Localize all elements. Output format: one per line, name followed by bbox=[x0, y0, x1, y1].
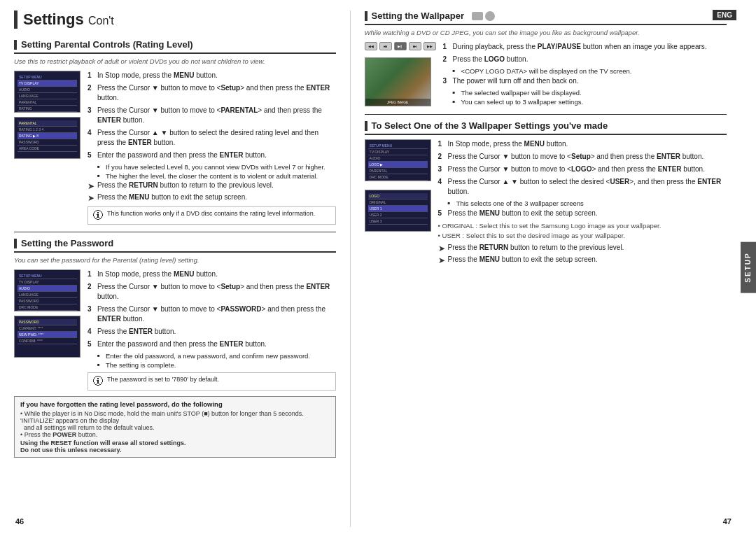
remote-buttons-row: ◀◀ ⏮ ▶‖ ⏭ ▶▶ bbox=[365, 42, 436, 50]
section-parental-subtext: Use this to restrict playback of adult o… bbox=[14, 57, 336, 65]
step-item: 4 Press the ENTER button. bbox=[88, 327, 336, 337]
warning-line: • While the player is in No Disc mode, h… bbox=[20, 410, 330, 424]
arrow-note: ➤ Press the MENU button to exit the setu… bbox=[438, 255, 727, 265]
sub-bullet: The selected wallpaper will be displayed… bbox=[453, 89, 727, 97]
section-password-subtext: You can set the password for the Parenta… bbox=[14, 256, 336, 264]
parental-screen2: PARENTAL RATING 1 2 3 4 RATING ▶ 8 PASSW… bbox=[14, 117, 80, 159]
sub-bullet: The higher the level, the closer the con… bbox=[97, 172, 336, 180]
step-item: 5 Enter the password and then press the … bbox=[88, 150, 336, 160]
section-password-heading: Setting the Password bbox=[14, 238, 336, 253]
page-number-left: 46 bbox=[15, 517, 24, 526]
page-container: ENG SETUP Settings Con't Setting Parenta… bbox=[0, 0, 756, 534]
section-bar2 bbox=[14, 239, 17, 248]
section-wallpaper-select-body: SETUP MENU TV DISPLAY AUDIO LOGO ▶ PAREN… bbox=[365, 139, 727, 267]
warning-box: If you have forgotten the rating level p… bbox=[14, 396, 336, 458]
remote-button: ▶▶ bbox=[424, 42, 436, 50]
note-line: • ORIGINAL : Select this to set the Sams… bbox=[438, 222, 727, 230]
wallpaper-select-steps: 1 In Stop mode, press the MENU button. 2… bbox=[438, 139, 727, 267]
wallpaper-select-screenshots: SETUP MENU TV DISPLAY AUDIO LOGO ▶ PAREN… bbox=[365, 139, 431, 267]
note-icon: 🛈 bbox=[92, 210, 104, 221]
warning-line-bold: Using the RESET function will erase all … bbox=[20, 440, 330, 447]
step-item: 1 In Stop mode, press the MENU button. bbox=[438, 139, 727, 149]
step-item: 1 In Stop mode, press the MENU button. bbox=[88, 269, 336, 279]
step-item: 1 In Stop mode, press the MENU button. bbox=[88, 71, 336, 80]
wallpaper-steps: 1 During playback, press the PLAY/PAUSE … bbox=[443, 42, 727, 107]
password-steps: 1 In Stop mode, press the MENU button. 2… bbox=[88, 269, 336, 391]
section-divider2 bbox=[365, 114, 727, 115]
sub-bullet: The setting is complete. bbox=[97, 361, 336, 369]
note-box: 🛈 This function works only if a DVD disc… bbox=[88, 206, 336, 225]
password-screenshots: SETUP MENU TV DISPLAY AUDIO LANGUAGE PAS… bbox=[14, 269, 80, 391]
sub-bullet: Enter the old password, a new password, … bbox=[97, 352, 336, 360]
step-item: 2 Press the Cursor ▼ button to move to <… bbox=[88, 282, 336, 302]
remote-button: ◀◀ bbox=[365, 42, 377, 50]
step-item: 3 Press the Cursor ▼ button to move to <… bbox=[438, 164, 727, 174]
section-wallpaper-heading: Setting the Wallpaper bbox=[365, 10, 727, 25]
note-icon: 🛈 bbox=[92, 376, 104, 387]
section-divider bbox=[14, 232, 336, 232]
warning-line: • Press the POWER button. bbox=[20, 431, 330, 438]
parental-screenshots: SETUP MENU TV DISPLAY AUDIO LANGUAGE PAR… bbox=[14, 71, 80, 225]
sub-bullet: <COPY LOGO DATA> will be displayed on th… bbox=[453, 67, 727, 75]
photo-overlay: JPEG IMAGE bbox=[365, 99, 430, 106]
arrow-note: ➤ Press the RETURN button to return to t… bbox=[438, 244, 727, 253]
section-wallpaper-subtext: While watching a DVD or CD JPEG, you can… bbox=[365, 29, 727, 36]
left-column: Settings Con't Setting Parental Controls… bbox=[14, 10, 351, 527]
step-item: 3 The power will turn off and then back … bbox=[443, 76, 727, 86]
section-password-body: SETUP MENU TV DISPLAY AUDIO LANGUAGE PAS… bbox=[14, 269, 336, 391]
eng-badge: ENG bbox=[713, 10, 736, 20]
step-item: 5 Press the MENU button to exit the setu… bbox=[438, 209, 727, 218]
remote-button-play: ▶‖ bbox=[394, 42, 407, 50]
remote-button: ⏮ bbox=[379, 42, 392, 50]
page-number-right: 47 bbox=[723, 517, 732, 526]
cd-icon bbox=[485, 11, 495, 21]
wallpaper-photo: JPEG IMAGE bbox=[365, 57, 431, 106]
warning-line-bold: Do not use this unless necessary. bbox=[20, 447, 330, 454]
wallpaper-select-screen2: LOGO ORIGINAL USER 1 USER 2 USER 3 bbox=[365, 190, 431, 232]
page-title: Settings Con't bbox=[14, 10, 336, 29]
main-content: Settings Con't Setting Parental Controls… bbox=[0, 0, 741, 534]
warning-title: If you have forgotten the rating level p… bbox=[20, 400, 330, 408]
password-screen1: SETUP MENU TV DISPLAY AUDIO LANGUAGE PAS… bbox=[14, 269, 80, 311]
section-bar bbox=[14, 40, 17, 50]
parental-steps: 1 In Stop mode, press the MENU button. 2… bbox=[88, 71, 336, 225]
step-item: 3 Press the Cursor ▼ button to move to <… bbox=[88, 106, 336, 125]
wallpaper-screenshots: ◀◀ ⏮ ▶‖ ⏭ ▶▶ JPEG IMAGE bbox=[365, 42, 436, 107]
section-bar4 bbox=[365, 121, 368, 131]
step-item: 2 Press the Cursor ▼ button to move to <… bbox=[88, 83, 336, 103]
step-item: 2 Press the Cursor ▼ button to move to <… bbox=[438, 152, 727, 162]
step-item: 4 Press the Cursor ▲ ▼ button to select … bbox=[88, 128, 336, 148]
arrow-note: ➤ Press the RETURN button to return to t… bbox=[88, 181, 336, 191]
setup-side-tab: SETUP bbox=[741, 241, 756, 293]
sub-bullet: You can select up to 3 wallpaper setting… bbox=[453, 98, 727, 106]
section-parental-body: SETUP MENU TV DISPLAY AUDIO LANGUAGE PAR… bbox=[14, 71, 336, 225]
step-item: 3 Press the Cursor ▼ button to move to <… bbox=[88, 304, 336, 324]
wallpaper-icons bbox=[472, 11, 495, 21]
remote-button: ⏭ bbox=[409, 42, 421, 50]
sub-bullet: If you have selected Level 8, you cannot… bbox=[97, 163, 336, 171]
section-bar3 bbox=[365, 11, 368, 21]
sub-bullet: This selects one of the 3 wallpaper scre… bbox=[448, 199, 727, 207]
dvd-icon bbox=[472, 12, 483, 20]
note-line: • USER : Select this to set the desired … bbox=[438, 232, 727, 239]
section-wallpaper-body: ◀◀ ⏮ ▶‖ ⏭ ▶▶ JPEG IMAGE 1 During playbac… bbox=[365, 42, 727, 107]
step-item: 2 Press the LOGO button. bbox=[443, 55, 727, 64]
step-item: 1 During playback, press the PLAY/PAUSE … bbox=[443, 42, 727, 52]
password-screen2: PASSWORD CURRENT: **** NEW PWD: **** CON… bbox=[14, 316, 80, 358]
right-column: Setting the Wallpaper While watching a D… bbox=[351, 10, 727, 527]
section-wallpaper-select-heading: To Select One of the 3 Wallpaper Setting… bbox=[365, 120, 727, 135]
arrow-note: ➤ Press the MENU button to exit the setu… bbox=[88, 193, 336, 203]
step-item: 4 Press the Cursor ▲ ▼ button to select … bbox=[438, 177, 727, 197]
wallpaper-select-screen1: SETUP MENU TV DISPLAY AUDIO LOGO ▶ PAREN… bbox=[365, 139, 431, 181]
step-item: 5 Enter the password and then press the … bbox=[88, 339, 336, 349]
warning-line: and all settings will return to the defa… bbox=[20, 424, 330, 431]
parental-screen1: SETUP MENU TV DISPLAY AUDIO LANGUAGE PAR… bbox=[14, 71, 80, 113]
note-box: 🛈 The password is set to '7890' by defau… bbox=[88, 372, 336, 391]
section-parental-heading: Setting Parental Controls (Rating Level) bbox=[14, 39, 336, 54]
